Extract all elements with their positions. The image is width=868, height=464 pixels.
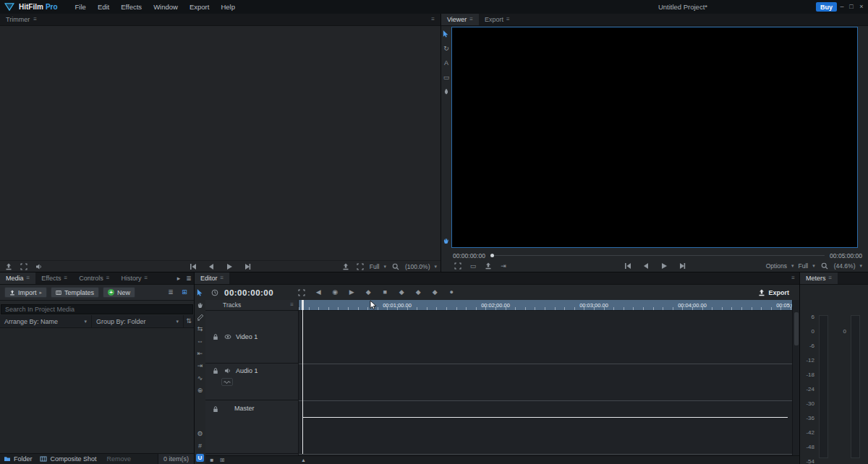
insert-clip-icon[interactable]	[297, 288, 307, 298]
select-tool-icon[interactable]	[442, 30, 451, 38]
quality-caret-icon[interactable]: ▾	[383, 264, 386, 270]
new-button[interactable]: + New	[103, 287, 135, 298]
audio-waveform-icon[interactable]	[221, 378, 233, 386]
universal-snap-toggle[interactable]: U	[196, 454, 204, 462]
close-button[interactable]: ×	[857, 0, 866, 14]
snap-toggle-icon[interactable]: #	[195, 442, 205, 451]
viewer-zoom-level[interactable]: (44.6%)	[834, 262, 856, 270]
trimmer-zoom-level[interactable]: (100.0%)	[405, 263, 430, 270]
media-tab-menu-icon[interactable]: ≡	[27, 275, 30, 281]
minimize-button[interactable]: –	[838, 0, 846, 14]
options-caret-icon[interactable]: ▾	[791, 263, 794, 269]
set-range-icon[interactable]	[19, 262, 29, 272]
slice-tool-icon[interactable]	[195, 312, 205, 322]
tracks-menu-icon[interactable]: ≡	[290, 302, 294, 308]
maximize-button[interactable]: □	[847, 0, 856, 14]
list-view-icon[interactable]: ≣	[166, 288, 176, 298]
new-folder-icon[interactable]	[3, 454, 11, 464]
trimmer-quality-select[interactable]: Full	[370, 263, 380, 270]
ripple-edit-tool-icon[interactable]: ⇤	[195, 349, 205, 358]
viewer-export-frame-icon[interactable]	[483, 261, 493, 271]
group-by-select[interactable]: Group By: Folder ▾	[92, 315, 184, 327]
lock-icon[interactable]	[211, 332, 220, 341]
speaker-icon[interactable]	[224, 366, 232, 375]
panel-list-icon[interactable]: ≣	[184, 273, 194, 283]
remove-button[interactable]: Remove	[107, 455, 132, 463]
next-keyframe-icon[interactable]: ▶	[346, 288, 357, 298]
fit-to-screen-icon[interactable]	[453, 261, 463, 271]
zoom-out-icon[interactable]: ■	[208, 457, 216, 464]
zoom-slider-handle[interactable]: ▲	[301, 457, 306, 463]
tab-export[interactable]: Export ≡	[479, 14, 516, 25]
keyframe-circle-icon[interactable]: ●	[446, 288, 456, 298]
timeline-vertical-scrollbar[interactable]	[792, 300, 799, 455]
export-tab-menu-icon[interactable]: ≡	[506, 17, 510, 22]
viewer-options-select[interactable]: Options	[766, 262, 787, 270]
editor-panel-menu-icon[interactable]: ≡	[791, 275, 795, 281]
video-track-header[interactable]: Video 1	[205, 311, 298, 364]
editor-timecode[interactable]: 00:00:00:00	[224, 288, 273, 297]
rect-mask-tool-icon[interactable]: ▭	[442, 73, 451, 82]
orbit-tool-icon[interactable]: ↻	[442, 44, 451, 53]
lock-icon[interactable]	[211, 366, 220, 375]
menu-window[interactable]: Window	[148, 0, 184, 14]
tab-editor[interactable]: Editor ≡	[195, 272, 229, 284]
import-button[interactable]: Import ▸	[4, 287, 47, 298]
compare-icon[interactable]	[355, 262, 365, 272]
timeline[interactable]: 00:01;00.00 00:02;00.00 00:03;00.00 00:0…	[298, 300, 792, 455]
rate-stretch-tool-icon[interactable]: ∿	[195, 374, 205, 383]
eye-icon[interactable]	[224, 332, 232, 341]
trimmer-panel-menu-icon[interactable]: ≡	[431, 17, 435, 22]
scrollbar-thumb[interactable]	[794, 312, 799, 345]
templates-button[interactable]: Templates	[51, 287, 99, 298]
master-level-line[interactable]	[303, 417, 788, 418]
tab-controls[interactable]: Controls ≡	[73, 272, 115, 284]
keyframe-diamond-icon[interactable]: ◆	[430, 288, 440, 298]
tab-history[interactable]: History ≡	[115, 272, 153, 284]
previous-frame-icon[interactable]	[206, 262, 216, 272]
editor-tab-menu-icon[interactable]: ≡	[221, 275, 224, 281]
tab-viewer[interactable]: Viewer ≡	[441, 14, 479, 25]
menu-edit[interactable]: Edit	[92, 0, 115, 14]
play-icon[interactable]	[224, 262, 234, 272]
new-folder-button[interactable]: Folder	[14, 455, 33, 463]
text-tool-icon[interactable]: A	[442, 59, 451, 67]
timeline-ruler[interactable]: 00:01;00.00 00:02;00.00 00:03;00.00 00:0…	[299, 300, 792, 311]
go-to-start-icon[interactable]	[188, 262, 198, 272]
pan-tool-icon[interactable]	[442, 236, 451, 245]
keyframe-diamond-icon[interactable]: ◆	[363, 288, 373, 298]
mask-outline-icon[interactable]: ▭	[468, 261, 478, 271]
meters-tab-menu-icon[interactable]: ≡	[829, 275, 833, 281]
next-frame-icon[interactable]	[677, 261, 687, 271]
slip-tool-icon[interactable]: ⇆	[195, 325, 205, 334]
playhead[interactable]	[302, 300, 303, 454]
effects-tab-menu-icon[interactable]: ≡	[64, 275, 68, 281]
next-frame-icon[interactable]	[242, 262, 252, 272]
tab-meters[interactable]: Meters ≡	[800, 272, 838, 284]
slide-tool-icon[interactable]: ⇔	[195, 337, 205, 346]
rolling-edit-tool-icon[interactable]: ⇥	[195, 361, 205, 371]
zoom-caret-icon[interactable]: ▾	[434, 264, 437, 270]
insert-tool-icon[interactable]: ⊕	[195, 386, 205, 395]
arrange-by-select[interactable]: Arrange By: Name ▾	[0, 315, 92, 327]
previous-frame-icon[interactable]	[641, 261, 651, 271]
freehand-mask-tool-icon[interactable]	[442, 87, 451, 96]
zoom-in-icon[interactable]: ⊞	[218, 457, 226, 464]
lock-icon[interactable]	[211, 405, 220, 413]
search-input[interactable]	[1, 304, 193, 314]
keyframe-square-icon[interactable]: ■	[380, 288, 390, 298]
export-frame-icon[interactable]	[4, 262, 14, 272]
menu-help[interactable]: Help	[215, 0, 241, 14]
menu-file[interactable]: File	[69, 0, 92, 14]
timeline-options-gear-icon[interactable]: ⚙	[195, 429, 205, 439]
trimmer-tab-menu-icon[interactable]: ≡	[33, 17, 37, 22]
snapshot-icon[interactable]	[341, 262, 351, 272]
controls-tab-menu-icon[interactable]: ≡	[106, 275, 110, 281]
viewer-tab-menu-icon[interactable]: ≡	[469, 17, 473, 22]
viewer-quality-select[interactable]: Full	[799, 262, 809, 270]
viewer-seek-bar[interactable]	[490, 255, 825, 256]
previous-keyframe-icon[interactable]: ◀	[313, 288, 323, 298]
tab-media[interactable]: Media ≡	[0, 272, 35, 284]
history-tab-menu-icon[interactable]: ≡	[144, 275, 148, 281]
viewer-canvas[interactable]	[451, 27, 858, 248]
